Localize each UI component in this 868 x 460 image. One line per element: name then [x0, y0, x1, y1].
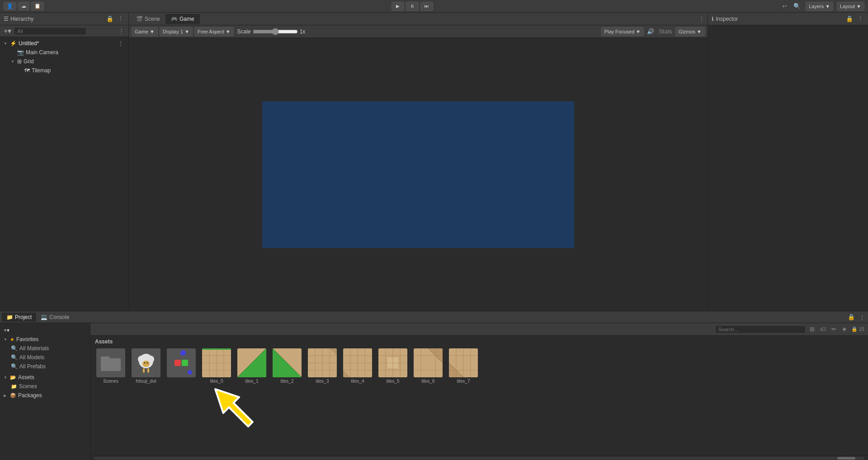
- undo-button[interactable]: ↩: [781, 2, 788, 10]
- svg-point-6: [142, 361, 150, 367]
- svg-point-7: [144, 362, 146, 364]
- game-display-dropdown[interactable]: Game ▼: [132, 27, 158, 36]
- gizmos-dropdown[interactable]: Gizmos ▼: [675, 27, 705, 36]
- play-button[interactable]: ▶: [392, 2, 404, 11]
- search-button[interactable]: 🔍: [792, 2, 802, 10]
- scrollbar-track[interactable]: [94, 457, 864, 460]
- inspector-title: ℹ Inspector: [712, 16, 738, 22]
- cloud-button[interactable]: ☁: [18, 2, 29, 10]
- sidebar-item-all-prefabs[interactable]: 🔍 All Prefabs: [0, 362, 90, 371]
- game-canvas: [262, 101, 574, 248]
- tiles3-thumb: [308, 348, 337, 377]
- asset-tiles6[interactable]: tiles_6: [411, 347, 445, 385]
- asset-multi[interactable]: [165, 347, 198, 385]
- hierarchy-title: ☰ Hierarchy: [4, 16, 33, 22]
- game-view: [129, 38, 708, 311]
- asset-tiles5[interactable]: tiles_5: [376, 347, 410, 385]
- pause-button[interactable]: ⏸: [406, 2, 419, 11]
- assets-area: Scenes: [90, 347, 868, 455]
- svg-point-8: [147, 362, 148, 364]
- audio-button[interactable]: 🔊: [646, 27, 656, 36]
- hierarchy-search-clear[interactable]: ⋮: [117, 27, 126, 35]
- tiles4-label: tiles_4: [351, 379, 364, 384]
- svg-rect-9: [143, 368, 145, 373]
- play-focused-dropdown[interactable]: Play Focused ▼: [601, 27, 644, 36]
- asset-tiles3[interactable]: tiles_3: [306, 347, 339, 385]
- scale-control: Scale 1x: [237, 28, 306, 35]
- tiles7-label: tiles_7: [457, 379, 470, 384]
- project-panel: 📁 Project 💻 Console 🔒 ⋮ +▾ ▼: [0, 311, 868, 460]
- assets-filter-btn[interactable]: 🏷: [819, 325, 827, 333]
- hierarchy-item-grid[interactable]: ▼ ⊞ Grid: [0, 57, 128, 66]
- arrow-annotation: [203, 377, 262, 437]
- tiles0-label: tiles_0: [210, 379, 223, 384]
- tiles1-label: tiles_1: [245, 379, 259, 384]
- top-toolbar: 👤 ☁ 📋 ▶ ⏸ ⏭ ↩ 🔍 Layers ▼ Layout ▼: [0, 0, 868, 13]
- svg-rect-0: [101, 358, 121, 371]
- display-number-dropdown[interactable]: Display 1 ▼: [160, 27, 193, 36]
- scenes-folder-thumb: [96, 348, 125, 377]
- hierarchy-lock-button[interactable]: 🔒: [105, 14, 115, 23]
- hierarchy-item-tilemap[interactable]: 🗺 Tilemap: [0, 66, 128, 75]
- hierarchy-item-untitled[interactable]: ▼ ⚡ Untitled* ⋮: [0, 39, 128, 48]
- asset-tiles4[interactable]: tiles_4: [341, 347, 374, 385]
- tiles6-thumb: [414, 348, 443, 377]
- hitsuji-thumb: [132, 348, 160, 377]
- tab-project[interactable]: 📁 Project: [2, 313, 36, 322]
- bottom-scrollbar[interactable]: [90, 455, 868, 460]
- asset-tiles2[interactable]: tiles_2: [270, 347, 304, 385]
- project-content: +▾ ▼ ★ Favorites 🔍 All Materials 🔍 All M…: [0, 323, 868, 460]
- asset-hitsuji[interactable]: hitsuji_dot: [129, 347, 163, 385]
- assets-star-btn[interactable]: ★: [840, 325, 849, 333]
- scrollbar-thumb[interactable]: [837, 457, 855, 460]
- layout-dropdown[interactable]: Layout ▼: [837, 2, 864, 11]
- project-sidebar: +▾ ▼ ★ Favorites 🔍 All Materials 🔍 All M…: [0, 323, 90, 460]
- tab-game[interactable]: 🎮 Game: [165, 14, 200, 24]
- hierarchy-panel: ☰ Hierarchy 🔒 ⋮ +▾ ⋮ ▼ ⚡ Untitled* ⋮ 📷: [0, 13, 129, 311]
- sidebar-item-all-models[interactable]: 🔍 All Models: [0, 353, 90, 362]
- collab-button[interactable]: 📋: [31, 2, 44, 10]
- project-lock-button[interactable]: 🔒: [846, 313, 856, 321]
- stats-button[interactable]: Stats: [657, 27, 674, 36]
- sidebar-item-all-materials[interactable]: 🔍 All Materials: [0, 344, 90, 353]
- layers-dropdown[interactable]: Layers ▼: [806, 2, 833, 11]
- sidebar-item-assets[interactable]: ▼ 📂 Assets: [0, 373, 90, 382]
- asset-tiles7[interactable]: tiles_7: [447, 347, 480, 385]
- bottom-area: 📁 Project 💻 Console 🔒 ⋮ +▾ ▼: [0, 311, 868, 460]
- inspector-menu-button[interactable]: ⋮: [856, 14, 864, 23]
- hierarchy-menu-button[interactable]: ⋮: [117, 14, 125, 23]
- assets-header: Assets: [90, 336, 868, 347]
- asset-tiles1[interactable]: tiles_1: [235, 347, 269, 385]
- tiles0-thumb: [202, 348, 231, 377]
- assets-search-input[interactable]: [715, 325, 806, 333]
- tiles2-thumb: [273, 348, 302, 377]
- assets-toolbar: ⊞ 🏷 ✏ ★ 🔒 15: [90, 323, 868, 336]
- account-button[interactable]: 👤: [4, 2, 16, 10]
- step-button[interactable]: ⏭: [420, 2, 433, 11]
- hierarchy-search-input[interactable]: [14, 27, 86, 35]
- game-toolbar: Game ▼ Display 1 ▼ Free Aspect ▼ Scale 1…: [129, 25, 708, 38]
- sidebar-item-favorites[interactable]: ▼ ★ Favorites: [0, 335, 90, 344]
- scale-slider[interactable]: [253, 28, 298, 35]
- scene-game-tabs: 🎬 Scene 🎮 Game ⋮: [129, 13, 708, 25]
- assets-view-btn[interactable]: ⊞: [808, 325, 816, 333]
- svg-rect-1: [101, 357, 110, 359]
- assets-tag-btn[interactable]: ✏: [830, 325, 838, 333]
- tiles5-thumb: [378, 348, 407, 377]
- aspect-ratio-dropdown[interactable]: Free Aspect ▼: [194, 27, 234, 36]
- hierarchy-item-main-camera[interactable]: 📷 Main Camera: [0, 48, 128, 57]
- project-menu-button[interactable]: ⋮: [858, 314, 866, 321]
- view-menu-button[interactable]: ⋮: [698, 15, 706, 23]
- asset-scenes-folder[interactable]: Scenes: [94, 347, 127, 385]
- sidebar-item-scenes[interactable]: 📁 Scenes: [0, 382, 90, 391]
- svg-marker-65: [207, 381, 258, 432]
- asset-tiles0[interactable]: tiles_0: [200, 347, 233, 385]
- inspector-lock-button[interactable]: 🔒: [844, 14, 854, 23]
- sidebar-item-packages[interactable]: ▶ 📦 Packages: [0, 391, 90, 400]
- tab-console[interactable]: 💻 Console: [36, 313, 74, 322]
- sidebar-item-add[interactable]: +▾: [0, 326, 90, 335]
- hierarchy-add-button[interactable]: +▾: [3, 27, 12, 35]
- svg-point-5: [142, 354, 150, 361]
- tab-scene[interactable]: 🎬 Scene: [131, 14, 165, 24]
- tiles3-label: tiles_3: [316, 379, 329, 384]
